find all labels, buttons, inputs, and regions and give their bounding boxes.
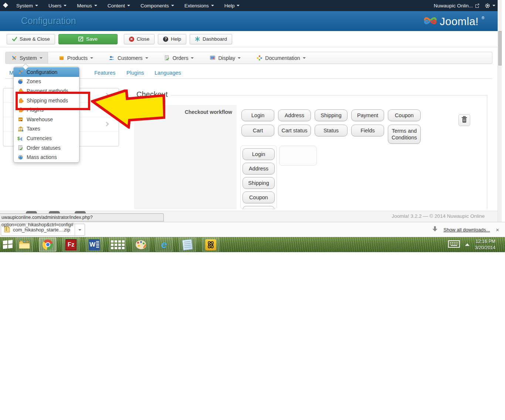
folder-icon (19, 240, 30, 249)
vertical-scrollbar[interactable] (498, 0, 502, 222)
workflow-step-fields[interactable]: Fields (351, 125, 384, 136)
tab-plugins[interactable]: Plugins (126, 70, 144, 76)
dropdown-item-zones[interactable]: Zones (14, 77, 79, 87)
workflow-step-cart-status[interactable]: Cart status (278, 125, 311, 136)
hikashop-menu-system[interactable]: System (6, 52, 48, 64)
admin-menu-extensions[interactable]: Extensions (179, 0, 219, 11)
check-icon (12, 37, 17, 42)
dropdown-item-mass-actions[interactable]: Mass actions (14, 152, 79, 162)
order-status-icon (17, 145, 24, 151)
joomla-wordmark: Joomla! (440, 16, 479, 28)
action-toolbar: Save & Close Save ✕ Close ? Help Dashboa… (0, 31, 505, 47)
caret-down-icon (78, 229, 81, 231)
gear-icon (485, 3, 490, 9)
touch-keyboard-icon[interactable] (448, 240, 460, 249)
workflow-step-coupon[interactable]: Coupon (388, 109, 421, 121)
admin-menu-system[interactable]: System (11, 0, 43, 11)
workflow-step-address[interactable]: Address (278, 109, 311, 121)
site-preview-link[interactable]: Nuwaupic Onlin... (434, 0, 479, 11)
download-arrow-icon (433, 226, 437, 233)
admin-menu-users[interactable]: Users (43, 0, 72, 11)
dropdown-item-label: Zones (27, 78, 41, 84)
dropdown-item-currencies[interactable]: $€ Currencies (14, 133, 79, 143)
workflow-step-shipping[interactable]: Shipping (315, 109, 348, 121)
taskbar-atom-app[interactable] (202, 238, 219, 251)
page-title: Configuration (21, 16, 76, 26)
button-label: Save & Close (20, 36, 50, 42)
hikashop-menu-products[interactable]: Products (53, 52, 98, 64)
tab-features[interactable]: Features (94, 70, 115, 76)
documentation-icon (256, 55, 262, 61)
taskbar-notepad[interactable] (179, 238, 196, 251)
caret-down-icon (237, 5, 240, 6)
joomla-favicon-icon[interactable] (0, 2, 11, 9)
scrollbar-thumb[interactable] (498, 31, 502, 65)
admin-menu-content[interactable]: Content (102, 0, 135, 11)
taskbar-tiles-app[interactable] (109, 238, 126, 251)
trash-button[interactable] (458, 114, 470, 126)
workflow-dropzone[interactable] (279, 146, 317, 166)
taskbar-paint[interactable] (132, 238, 149, 251)
close-circle-icon: ✕ (129, 37, 134, 42)
hikashop-menu-display[interactable]: Display (204, 52, 246, 64)
svg-text:€: € (20, 137, 23, 141)
hikashop-menu-customers[interactable]: Customers (104, 52, 153, 64)
dropdown-item-label: Configuration (27, 69, 57, 75)
show-hidden-icons-button[interactable] (465, 243, 470, 246)
admin-navbar: System Users Menus Content Components Ex… (0, 0, 505, 11)
windows-taskbar: Fz W e (0, 237, 505, 252)
workflow-step-payment[interactable]: Payment (351, 109, 384, 121)
dashboard-button[interactable]: Dashboard (190, 34, 232, 44)
menu-label: System (20, 55, 37, 61)
taskbar-clock[interactable]: 12:16 PM 3/20/2014 (475, 238, 495, 251)
chrome-icon (43, 240, 53, 250)
sort-step-coupon[interactable]: Coupon (243, 192, 275, 203)
annotation-arrow-icon (91, 89, 165, 129)
bank-icon (17, 126, 24, 132)
sort-step-shipping[interactable]: Shipping (243, 177, 275, 189)
sort-step-clipped[interactable] (243, 206, 275, 209)
dropdown-item-taxes[interactable]: Taxes (14, 124, 79, 134)
caret-down-icon (127, 5, 130, 6)
currency-icon: $€ (17, 135, 24, 141)
paint-palette-icon (136, 240, 146, 249)
dropdown-item-configuration[interactable]: Configuration (14, 67, 79, 77)
admin-menu-components[interactable]: Components (135, 0, 179, 11)
download-options-button[interactable] (75, 224, 85, 236)
admin-menu-label: Extensions (184, 3, 209, 9)
admin-menu-menus[interactable]: Menus (72, 0, 102, 11)
caret-down-icon (211, 5, 214, 6)
save-and-close-button[interactable]: Save & Close (7, 34, 55, 44)
sort-step-address[interactable]: Address (243, 163, 275, 175)
start-button[interactable] (3, 240, 13, 249)
taskbar-file-explorer[interactable] (16, 238, 33, 251)
hikashop-menu-documentation[interactable]: Documentation (251, 52, 311, 64)
show-all-downloads-link[interactable]: Show all downloads... (443, 227, 490, 233)
close-button[interactable]: ✕ Close (124, 34, 155, 44)
dropdown-item-warehouse[interactable]: Warehouse (14, 115, 79, 124)
tab-languages[interactable]: Languages (155, 70, 181, 76)
sort-step-login[interactable]: Login (243, 148, 275, 160)
taskbar-chrome[interactable] (39, 238, 56, 251)
workflow-step-login[interactable]: Login (241, 109, 274, 121)
workflow-step-status[interactable]: Status (315, 125, 348, 136)
taskbar-word[interactable]: W (86, 238, 103, 251)
site-name: Nuwaupic Onlin... (434, 3, 473, 9)
hikashop-menu-orders[interactable]: Orders (159, 52, 199, 64)
downloads-bar: com_hikashop_starte....zip Show all down… (0, 222, 505, 237)
user-settings-menu[interactable] (485, 0, 495, 11)
taskbar-filezilla[interactable]: Fz (62, 238, 79, 251)
word-icon: W (89, 239, 100, 250)
help-button[interactable]: ? Help (158, 34, 186, 44)
product-box-icon (58, 55, 65, 61)
save-button[interactable]: Save (58, 34, 118, 44)
button-label: Help (171, 36, 181, 42)
admin-menu-help[interactable]: Help (219, 0, 245, 11)
workflow-step-terms[interactable]: Terms and Conditions (388, 125, 421, 144)
taskbar-internet-explorer[interactable]: e (156, 238, 173, 251)
ie-icon: e (161, 240, 167, 250)
dropdown-item-order-statuses[interactable]: Order statuses (14, 143, 79, 153)
workflow-step-cart[interactable]: Cart (241, 125, 274, 136)
close-downloads-bar-button[interactable]: × (496, 227, 499, 233)
registered-mark: ® (482, 16, 484, 20)
